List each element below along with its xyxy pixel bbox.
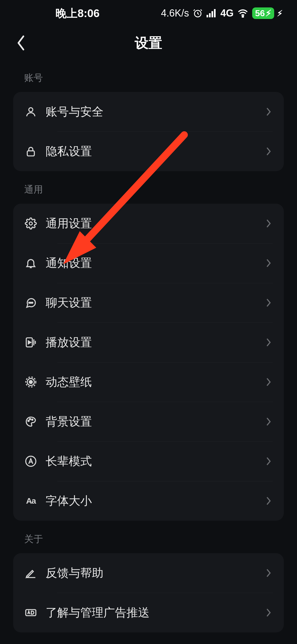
- svg-point-18: [29, 419, 31, 420]
- gear-icon: [24, 217, 37, 230]
- row-privacy[interactable]: 隐私设置: [13, 132, 284, 171]
- play-icon: [24, 336, 37, 349]
- battery-charge-icon: ⚡︎: [265, 8, 271, 18]
- status-bar: 晚上8:06 4.6K/s 4G 56⚡︎ ⚡︎: [0, 0, 297, 26]
- row-ad-management[interactable]: 了解与管理广告推送: [13, 593, 284, 632]
- status-network-speed: 4.6K/s: [161, 7, 189, 19]
- status-time-area: 晚上8:06: [14, 6, 100, 21]
- chat-icon: [24, 296, 37, 309]
- chevron-right-icon: [265, 220, 273, 227]
- a-circle-icon: [24, 455, 37, 468]
- palette-icon: [24, 415, 37, 428]
- user-icon: [24, 105, 37, 118]
- row-elder-mode[interactable]: 长辈模式: [13, 441, 284, 481]
- section-label-general: 通用: [24, 183, 284, 196]
- row-label: 通知设置: [46, 255, 265, 271]
- battery-indicator: 56⚡︎ ⚡︎: [252, 7, 283, 19]
- chevron-right-icon: [265, 609, 273, 616]
- svg-rect-4: [214, 9, 216, 17]
- aa-icon: Aa: [24, 494, 37, 507]
- chevron-right-icon: [265, 259, 273, 267]
- row-background-settings[interactable]: 背景设置: [13, 402, 284, 441]
- group-general: 通用设置 通知设置 聊天设置 播放设置: [13, 204, 284, 521]
- wifi-icon: [237, 9, 248, 18]
- svg-point-8: [29, 222, 32, 225]
- row-label: 动态壁纸: [46, 374, 265, 390]
- row-feedback[interactable]: 反馈与帮助: [13, 553, 284, 593]
- svg-point-17: [28, 420, 29, 421]
- lock-icon: [24, 145, 37, 158]
- row-account-security[interactable]: 账号与安全: [13, 92, 284, 132]
- row-label: 反馈与帮助: [46, 565, 265, 581]
- chevron-right-icon: [265, 569, 273, 577]
- chevron-right-icon: [265, 457, 273, 465]
- section-label-about: 关于: [24, 533, 284, 545]
- svg-point-19: [32, 419, 33, 420]
- app-header: 设置: [0, 26, 297, 59]
- row-font-size[interactable]: Aa 字体大小: [13, 481, 284, 521]
- svg-point-10: [30, 302, 31, 303]
- row-label: 隐私设置: [46, 144, 265, 159]
- row-label: 聊天设置: [46, 295, 265, 310]
- row-label: 字体大小: [46, 493, 265, 509]
- row-label: 了解与管理广告推送: [46, 605, 265, 620]
- row-label: 播放设置: [46, 335, 265, 350]
- section-label-account: 账号: [24, 72, 284, 84]
- svg-point-14: [29, 381, 32, 384]
- row-general-settings[interactable]: 通用设置: [13, 204, 284, 243]
- back-button[interactable]: [12, 34, 30, 52]
- chevron-right-icon: [265, 299, 273, 307]
- charging-icon: ⚡︎: [277, 9, 283, 18]
- svg-point-11: [32, 302, 33, 303]
- bell-icon: [24, 256, 37, 270]
- row-label: 背景设置: [46, 414, 265, 429]
- chevron-right-icon: [265, 339, 273, 346]
- chevron-right-icon: [265, 418, 273, 425]
- status-right: 4.6K/s 4G 56⚡︎ ⚡︎: [161, 7, 283, 19]
- svg-marker-13: [28, 341, 31, 344]
- row-dynamic-wallpaper[interactable]: 动态壁纸: [13, 362, 284, 402]
- row-playback-settings[interactable]: 播放设置: [13, 323, 284, 362]
- chevron-right-icon: [265, 148, 273, 155]
- row-chat-settings[interactable]: 聊天设置: [13, 283, 284, 323]
- signal-icon: [207, 9, 216, 17]
- ad-icon: [24, 606, 37, 619]
- svg-rect-2: [209, 13, 211, 17]
- chevron-right-icon: [265, 497, 273, 505]
- chevron-right-icon: [265, 108, 273, 116]
- screen: { "status": { "time": "晚上8:06", "speed":…: [0, 0, 297, 644]
- row-notification-settings[interactable]: 通知设置: [13, 243, 284, 283]
- chevron-right-icon: [265, 378, 273, 386]
- battery-level: 56: [255, 8, 265, 18]
- svg-rect-3: [211, 11, 213, 18]
- svg-point-6: [29, 108, 33, 112]
- target-icon: [24, 375, 37, 389]
- pencil-icon: [24, 566, 37, 580]
- row-label: 长辈模式: [46, 454, 265, 469]
- row-label: 账号与安全: [46, 104, 265, 119]
- group-about: 反馈与帮助 了解与管理广告推送: [13, 553, 284, 632]
- row-label: 通用设置: [46, 216, 265, 231]
- status-time: 晚上8:06: [56, 6, 100, 21]
- svg-point-9: [29, 302, 30, 303]
- svg-point-5: [242, 16, 244, 17]
- network-type: 4G: [220, 7, 233, 19]
- svg-rect-7: [27, 151, 34, 156]
- alarm-icon: [193, 8, 203, 18]
- settings-content: 账号 账号与安全 隐私设置 通用: [0, 72, 297, 632]
- page-title: 设置: [135, 34, 162, 52]
- svg-rect-1: [207, 15, 208, 17]
- group-account: 账号与安全 隐私设置: [13, 92, 284, 171]
